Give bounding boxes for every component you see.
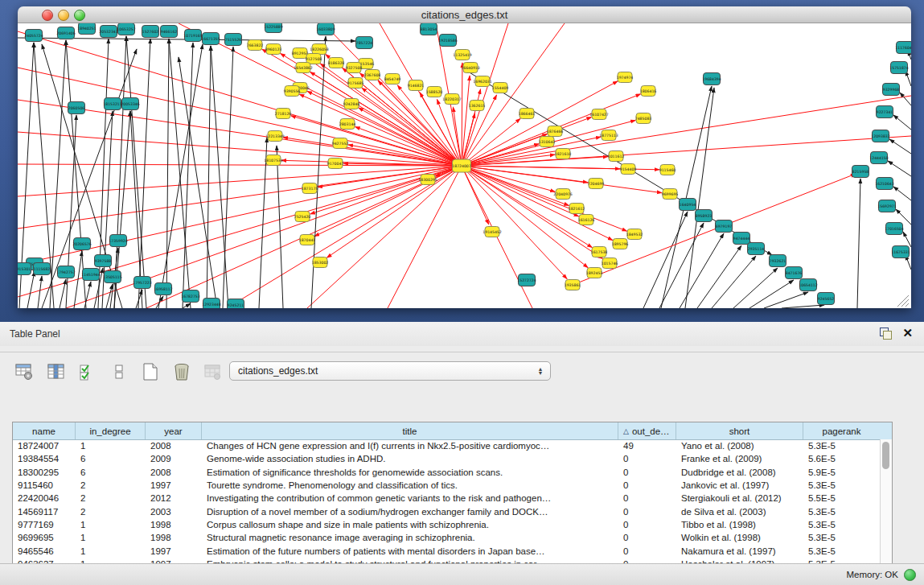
graph-node[interactable]: 1853002 bbox=[312, 257, 329, 268]
show-columns-icon[interactable] bbox=[46, 362, 67, 381]
graph-node[interactable]: 1640954 bbox=[680, 199, 696, 211]
table-row[interactable]: 1456911722003Disruption of a novel membe… bbox=[13, 505, 880, 517]
graph-node[interactable]: 1806416 bbox=[640, 86, 657, 97]
graph-node[interactable]: 9245652 bbox=[818, 293, 835, 305]
graph-node[interactable]: 16210643 bbox=[875, 178, 893, 190]
column-header-pagerank[interactable]: pagerank bbox=[803, 422, 880, 439]
graph-node[interactable]: 18153211 bbox=[103, 98, 121, 110]
graph-node[interactable]: 18940251 bbox=[77, 23, 96, 35]
graph-node[interactable]: 9115460 bbox=[659, 165, 676, 175]
graph-node[interactable]: 12444158 bbox=[869, 152, 888, 164]
graph-node[interactable]: 19218586 bbox=[438, 35, 457, 47]
graph-node[interactable]: 9170047 bbox=[327, 159, 344, 169]
graph-node[interactable]: 24055724 bbox=[24, 30, 43, 42]
network-window-titlebar[interactable]: citations_edges.txt bbox=[18, 6, 911, 23]
table-row[interactable]: 977716911998Corpus callosum shape and si… bbox=[13, 518, 880, 531]
graph-node[interactable]: 1935861 bbox=[565, 280, 581, 290]
modify-table-icon[interactable] bbox=[14, 362, 35, 381]
graph-node[interactable]: 18300295 bbox=[418, 175, 437, 185]
graph-node[interactable]: 2718126 bbox=[275, 109, 292, 119]
graph-node[interactable]: 6979197 bbox=[716, 220, 733, 233]
graph-node[interactable]: 1115682 bbox=[34, 263, 51, 275]
delete-trash-icon[interactable] bbox=[171, 362, 192, 381]
close-panel-icon[interactable]: ✕ bbox=[902, 327, 913, 340]
graph-node[interactable]: 11325419 bbox=[453, 50, 471, 60]
graph-node[interactable]: 8960123 bbox=[265, 44, 282, 55]
graph-node[interactable]: 7663822 bbox=[247, 40, 264, 51]
graph-node[interactable]: 18107534 bbox=[264, 155, 282, 166]
graph-node[interactable]: 17942757 bbox=[56, 266, 75, 278]
graph-node[interactable]: 7857224 bbox=[356, 37, 373, 49]
graph-node[interactable]: 1527602 bbox=[142, 26, 159, 38]
graph-node[interactable]: 2935114 bbox=[748, 243, 765, 255]
graph-node[interactable]: 1821612 bbox=[569, 204, 585, 214]
graph-node[interactable]: 12093832 bbox=[871, 130, 889, 142]
graph-node[interactable]: 13505115 bbox=[103, 271, 121, 283]
graph-node[interactable]: 8813054 bbox=[421, 23, 437, 35]
graph-node[interactable]: 8454749 bbox=[384, 74, 401, 84]
network-canvas[interactable]: 1872400724055724206914061894025120532343… bbox=[18, 23, 911, 308]
graph-node[interactable]: 16033809 bbox=[316, 23, 335, 35]
graph-node[interactable]: 1870441 bbox=[299, 235, 316, 245]
graph-node[interactable]: 9699695 bbox=[662, 189, 679, 200]
graph-node[interactable]: 7525420 bbox=[294, 212, 311, 222]
canvas-resize-grip[interactable] bbox=[897, 295, 909, 307]
graph-node[interactable]: 15751874 bbox=[889, 62, 908, 74]
graph-node[interactable]: 11675331 bbox=[891, 246, 910, 258]
graph-node[interactable]: 20053346 bbox=[121, 98, 139, 110]
graph-node[interactable]: 22040976 bbox=[553, 189, 572, 200]
graph-node[interactable]: 9175685 bbox=[347, 78, 364, 89]
graph-node[interactable]: 1821610 bbox=[555, 149, 572, 159]
graph-node[interactable]: 20532343 bbox=[99, 26, 117, 38]
graph-node[interactable]: 2803144 bbox=[339, 119, 356, 130]
graph-node[interactable]: 1310643 bbox=[539, 137, 556, 147]
graph-node[interactable]: 16958117 bbox=[154, 283, 172, 295]
graph-node[interactable]: 1588520 bbox=[426, 87, 443, 97]
float-panel-icon[interactable] bbox=[878, 327, 891, 340]
table-scrollbar[interactable] bbox=[880, 439, 892, 571]
column-header-name[interactable]: name bbox=[13, 422, 76, 439]
graph-node[interactable]: 16671355 bbox=[201, 33, 220, 45]
graph-node[interactable]: 15692971 bbox=[877, 200, 896, 212]
table-row[interactable]: 946554611997Estimation of the future num… bbox=[13, 544, 880, 557]
graph-node[interactable]: 1554409 bbox=[492, 83, 509, 93]
graph-node[interactable]: 1895796 bbox=[612, 239, 629, 249]
graph-node[interactable]: 12923448 bbox=[202, 299, 220, 309]
graph-node[interactable]: 11451944 bbox=[81, 269, 100, 281]
graph-node[interactable]: 2367608 bbox=[364, 70, 381, 80]
graph-node[interactable]: 1892453 bbox=[586, 268, 603, 278]
graph-node[interactable]: 1616126 bbox=[578, 215, 595, 225]
table-selector-dropdown[interactable]: citations_edges.txt ▲▼ bbox=[229, 361, 551, 381]
graph-node[interactable]: 9329968 bbox=[883, 84, 900, 96]
table-row[interactable]: 911546021997Tourette syndrome. Phenomeno… bbox=[13, 479, 880, 492]
graph-node[interactable]: 8471676 bbox=[786, 267, 803, 279]
graph-node[interactable]: 7204699 bbox=[588, 179, 605, 189]
graph-node[interactable]: 1617538 bbox=[591, 247, 608, 257]
graph-node[interactable]: 18724007 bbox=[452, 159, 470, 172]
memory-ok-icon[interactable] bbox=[904, 569, 916, 581]
graph-node[interactable]: 9227341 bbox=[877, 106, 893, 118]
graph-node[interactable]: 11176048 bbox=[895, 42, 911, 54]
select-all-icon[interactable] bbox=[77, 362, 98, 381]
graph-node[interactable]: 16107427 bbox=[589, 109, 608, 120]
graph-node[interactable]: 1873175 bbox=[302, 183, 318, 194]
graph-node[interactable]: 15225889 bbox=[264, 23, 282, 33]
graph-node[interactable]: 1011612 bbox=[608, 151, 625, 162]
graph-node[interactable]: 8186328 bbox=[328, 58, 345, 68]
graph-node[interactable]: 3915301 bbox=[18, 263, 31, 275]
graph-node[interactable]: 12213349 bbox=[265, 131, 284, 142]
table-row[interactable]: 969969511998Structural magnetic resonanc… bbox=[13, 531, 880, 544]
graph-node[interactable]: 18220317 bbox=[442, 94, 461, 105]
graph-node[interactable]: 10654112 bbox=[799, 279, 817, 291]
table-row[interactable]: 1830029562008Estimation of significance … bbox=[13, 466, 880, 479]
graph-node[interactable]: 9154409 bbox=[620, 164, 637, 175]
graph-node[interactable]: 9466162 bbox=[161, 26, 178, 38]
graph-node[interactable]: 18226058 bbox=[310, 44, 328, 55]
graph-node[interactable]: 20206576 bbox=[72, 238, 91, 250]
graph-node[interactable]: 1849532 bbox=[626, 229, 643, 240]
graph-node[interactable]: 17957223 bbox=[133, 277, 151, 289]
column-header-year[interactable]: year bbox=[146, 422, 202, 439]
column-header-in-degree[interactable]: in_degree bbox=[76, 422, 146, 439]
graph-node[interactable]: 8958923 bbox=[696, 210, 713, 222]
graph-node[interactable]: 16962031 bbox=[473, 76, 491, 87]
